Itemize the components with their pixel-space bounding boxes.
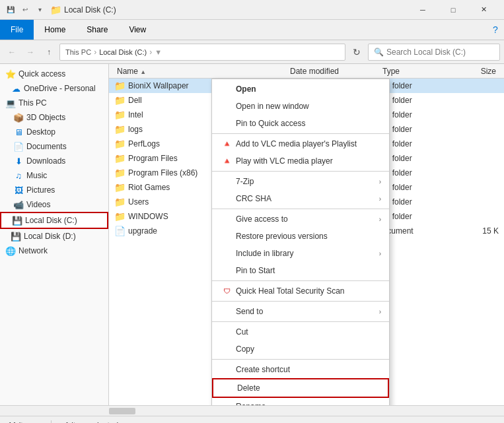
sidebar-item-network[interactable]: 🌐 Network <box>0 244 108 258</box>
ctx-cut-icon <box>220 327 233 337</box>
ctx-7zip-icon <box>220 176 233 187</box>
status-divider <box>51 420 52 424</box>
ctx-restore[interactable]: Restore previous versions <box>212 228 389 245</box>
ctx-create-shortcut-icon <box>220 364 233 375</box>
ctx-vlc-play-icon: 🔺 <box>220 156 233 166</box>
col-date[interactable]: Date modified <box>287 67 380 76</box>
ctx-copy[interactable]: Copy <box>212 341 389 358</box>
sidebar-label-music: Music <box>26 171 47 180</box>
ctx-crc[interactable]: CRC SHA › <box>212 190 389 207</box>
ctx-pin-quick-icon <box>220 118 233 129</box>
sidebar-label-downloads: Downloads <box>26 156 65 166</box>
col-type[interactable]: Type <box>380 67 459 76</box>
sidebar-item-onedrive[interactable]: ☁ OneDrive - Personal <box>0 81 108 96</box>
search-icon: 🔍 <box>374 48 384 57</box>
ctx-open-new-window[interactable]: Open in new window <box>212 98 389 115</box>
sidebar-label-documents: Documents <box>26 142 67 151</box>
sidebar-item-documents[interactable]: 📄 Documents <box>0 139 108 154</box>
col-date-label: Date modified <box>290 67 339 76</box>
ctx-open-icon <box>220 84 233 94</box>
sidebar-item-desktop[interactable]: 🖥 Desktop <box>0 125 108 139</box>
ctx-delete[interactable]: Delete <box>212 378 389 398</box>
sidebar-item-local-disk-c[interactable]: 💾 Local Disk (C:) <box>0 212 108 229</box>
close-button[interactable]: ✕ <box>468 0 499 20</box>
ctx-create-shortcut[interactable]: Create shortcut <box>212 361 389 378</box>
hscroll-thumb[interactable] <box>109 408 135 414</box>
3d-objects-icon: 📦 <box>13 112 24 123</box>
tab-share[interactable]: Share <box>76 20 118 40</box>
ctx-vlc-playlist-label: Add to VLC media player's Playlist <box>236 139 357 148</box>
ctx-quickheal[interactable]: 🛡 Quick Heal Total Security Scan <box>212 282 389 300</box>
folder-icon: 📁 <box>114 211 126 222</box>
ctx-open-label: Open <box>236 84 256 94</box>
quick-save-icon[interactable]: 💾 <box>5 5 16 15</box>
tab-home[interactable]: Home <box>34 20 76 40</box>
title-folder-icon: 📁 <box>50 5 61 15</box>
ctx-vlc-play[interactable]: 🔺 Play with VLC media player <box>212 152 389 170</box>
sidebar-item-music[interactable]: ♫ Music <box>0 168 108 183</box>
ctx-create-shortcut-label: Create shortcut <box>236 365 290 374</box>
col-size-label: Size <box>481 67 496 76</box>
ctx-open-new-icon <box>220 101 233 112</box>
sidebar-label-desktop: Desktop <box>26 127 55 137</box>
sort-arrow: ▲ <box>140 69 146 75</box>
music-icon: ♫ <box>13 170 24 181</box>
back-button[interactable]: ← <box>4 44 20 60</box>
ctx-sep3 <box>212 209 389 209</box>
ctx-pin-start-icon <box>220 265 233 276</box>
col-name[interactable]: Name ▲ <box>114 67 287 76</box>
ctx-pin-start[interactable]: Pin to Start <box>212 262 389 279</box>
search-box[interactable]: 🔍 <box>368 44 500 61</box>
addressbar: ← → ↑ This PC › Local Disk (C:) › ▼ ↻ 🔍 <box>0 40 504 64</box>
sidebar-item-pictures[interactable]: 🖼 Pictures <box>0 183 108 197</box>
sidebar-item-downloads[interactable]: ⬇ Downloads <box>0 154 108 168</box>
customize-icon[interactable]: ▾ <box>34 5 45 15</box>
sidebar-label-network: Network <box>18 246 48 255</box>
sidebar-item-3d-objects[interactable]: 📦 3D Objects <box>0 110 108 125</box>
up-button[interactable]: ↑ <box>41 44 57 60</box>
folder-icon: 📁 <box>114 139 126 149</box>
ctx-cut[interactable]: Cut <box>212 323 389 341</box>
sidebar: ⭐ Quick access ☁ OneDrive - Personal 💻 T… <box>0 64 109 405</box>
tab-view[interactable]: View <box>118 20 157 40</box>
breadcrumb-localdisk: Local Disk (C:) <box>99 48 147 56</box>
tab-file[interactable]: File <box>0 20 34 40</box>
ctx-pin-quick[interactable]: Pin to Quick access <box>212 115 389 132</box>
folder-icon: 📁 <box>114 95 126 106</box>
ctx-rename[interactable]: Rename <box>212 398 389 405</box>
ctx-vlc-playlist[interactable]: 🔺 Add to VLC media player's Playlist <box>212 135 389 152</box>
maximize-button[interactable]: □ <box>438 0 468 20</box>
sidebar-label-local-disk-c: Local Disk (C:) <box>25 216 77 225</box>
help-button[interactable]: ? <box>487 20 504 40</box>
ctx-pin-start-label: Pin to Start <box>236 266 275 275</box>
col-size[interactable]: Size <box>459 67 499 76</box>
local-disk-c-icon: 💾 <box>12 215 22 226</box>
undo-icon[interactable]: ↩ <box>20 5 30 15</box>
horizontal-scrollbar[interactable] <box>0 405 504 416</box>
sidebar-item-this-pc[interactable]: 💻 This PC <box>0 96 108 110</box>
context-menu: Open Open in new window Pin to Quick acc… <box>211 79 390 405</box>
ctx-7zip[interactable]: 7-Zip › <box>212 173 389 190</box>
ctx-send-to[interactable]: Send to › <box>212 303 389 320</box>
ctx-give-access[interactable]: Give access to › <box>212 211 389 228</box>
minimize-button[interactable]: ─ <box>408 0 438 20</box>
sidebar-item-local-disk-d[interactable]: 💾 Local Disk (D:) <box>0 229 108 244</box>
ctx-restore-label: Restore previous versions <box>236 232 328 241</box>
ctx-rename-label: Rename <box>236 402 266 405</box>
folder-icon: 📁 <box>114 153 126 164</box>
ctx-rename-icon <box>220 401 233 405</box>
ctx-quickheal-icon: 🛡 <box>220 286 233 296</box>
file-doc-icon: 📄 <box>114 226 126 236</box>
ctx-include[interactable]: Include in library › <box>212 245 389 262</box>
refresh-button[interactable]: ↻ <box>348 44 365 61</box>
search-input[interactable] <box>386 48 494 57</box>
sidebar-label-local-disk-d: Local Disk (D:) <box>24 232 76 241</box>
sidebar-item-quick-access[interactable]: ⭐ Quick access <box>0 67 108 81</box>
items-count: 11 items <box>8 421 38 424</box>
sidebar-item-videos[interactable]: 📹 Videos <box>0 197 108 212</box>
ctx-open[interactable]: Open <box>212 81 389 98</box>
breadcrumb-arrow: ▼ <box>155 48 162 56</box>
forward-button[interactable]: → <box>22 44 38 60</box>
local-disk-d-icon: 💾 <box>11 231 21 242</box>
address-path[interactable]: This PC › Local Disk (C:) › ▼ <box>59 44 345 61</box>
